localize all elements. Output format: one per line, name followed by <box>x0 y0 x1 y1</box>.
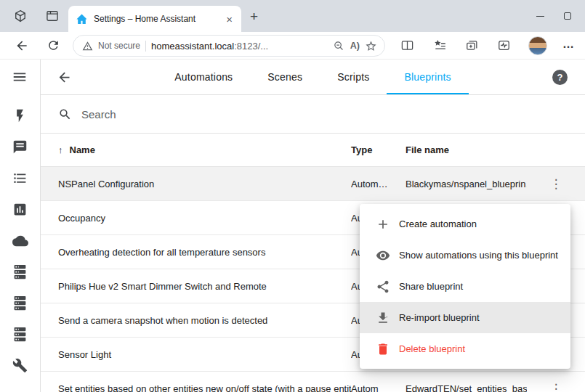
list-icon <box>12 171 28 186</box>
zoom-out-icon[interactable] <box>333 40 345 52</box>
menu-item-show-automations[interactable]: Show automations using this blueprint <box>360 240 570 271</box>
menu-icon[interactable] <box>12 69 28 85</box>
sidebar-item-history[interactable] <box>0 194 40 225</box>
favorites-icon[interactable] <box>433 38 447 52</box>
browser-toolbar: Not secure homeassistant.local:8123/... … <box>0 32 585 60</box>
sidebar-item-server-3[interactable] <box>0 319 40 350</box>
table-row[interactable]: Set entities based on other entities new… <box>41 372 585 392</box>
server-icon <box>12 327 28 342</box>
ha-back-button[interactable] <box>57 70 72 85</box>
sidebar-item-todo[interactable] <box>0 163 40 194</box>
maximize-button[interactable] <box>557 7 578 25</box>
menu-item-reimport-blueprint[interactable]: Re-import blueprint <box>360 302 570 333</box>
trash-icon <box>376 342 390 356</box>
home-assistant-logo <box>76 13 88 25</box>
tab-scripts[interactable]: Scripts <box>320 60 387 94</box>
tab-scenes[interactable]: Scenes <box>250 60 320 94</box>
minimize-icon <box>536 16 544 17</box>
ha-header: Automations Scenes Scripts Blueprints ? <box>41 60 585 95</box>
sidebar-item-server-1[interactable] <box>0 256 40 287</box>
chart-icon <box>12 202 28 217</box>
home-assistant-app: Automations Scenes Scripts Blueprints ? … <box>0 60 585 392</box>
refresh-button[interactable] <box>47 38 60 52</box>
menu-item-create-automation[interactable]: Create automation <box>360 208 570 240</box>
row-name: Occupancy <box>58 213 351 224</box>
tab-close-icon[interactable]: × <box>225 14 234 25</box>
search-bar <box>41 95 585 133</box>
read-aloud-icon[interactable]: A) <box>350 41 360 51</box>
kebab-icon[interactable]: ⋮ <box>546 380 567 392</box>
minimize-button[interactable] <box>530 7 550 25</box>
server-icon <box>12 264 28 279</box>
address-bar[interactable]: Not secure homeassistant.local:8123/... … <box>73 35 385 57</box>
menu-item-delete-blueprint[interactable]: Delete blueprint <box>360 333 570 364</box>
row-name: Overheating detection for all temperatur… <box>58 247 351 258</box>
sort-asc-icon: ↑ <box>58 144 63 155</box>
star-icon[interactable] <box>365 40 377 52</box>
sidebar-item-energy[interactable] <box>0 100 40 131</box>
plus-icon <box>376 217 390 232</box>
sidebar-item-tools[interactable] <box>0 350 40 381</box>
url-text[interactable]: homeassistant.local:8123/... <box>151 41 268 52</box>
cloud-icon <box>12 233 28 249</box>
kebab-icon[interactable]: ⋮ <box>546 175 567 193</box>
collections-icon[interactable] <box>465 38 479 52</box>
column-header-name[interactable]: ↑ Name <box>58 144 351 155</box>
column-header-file[interactable]: File name <box>406 144 527 155</box>
ha-sidebar <box>0 60 41 392</box>
tab-automations[interactable]: Automations <box>157 60 250 94</box>
sidebar-item-cloud[interactable] <box>0 225 40 256</box>
search-input[interactable] <box>81 108 299 121</box>
wrench-icon <box>12 358 28 373</box>
workspaces-icon[interactable] <box>13 9 28 23</box>
row-type: Autom… <box>351 179 406 189</box>
row-name: Sensor Light <box>58 349 351 360</box>
chat-icon <box>12 139 28 155</box>
sidebar-item-logbook[interactable] <box>0 131 40 163</box>
row-name: Set entities based on other entities new… <box>58 383 351 392</box>
share-icon <box>376 279 390 294</box>
back-button[interactable] <box>15 38 29 53</box>
split-screen-icon[interactable] <box>400 38 414 52</box>
row-type: Autom <box>351 383 406 392</box>
menu-item-share-blueprint[interactable]: Share blueprint <box>360 271 570 302</box>
eye-icon <box>376 248 390 263</box>
row-file: Blackymas/nspanel_blueprin… <box>406 179 527 189</box>
table-row[interactable]: NSPanel Configuration Autom… Blackymas/n… <box>41 167 585 201</box>
row-name: NSPanel Configuration <box>58 179 351 189</box>
row-file: EdwardTEN/set_entities_bas… <box>406 383 527 392</box>
tab-blueprints[interactable]: Blueprints <box>387 60 468 94</box>
ha-tab-bar: Automations Scenes Scripts Blueprints <box>41 60 585 94</box>
warning-icon[interactable] <box>82 41 93 52</box>
sidebar-item-server-2[interactable] <box>0 287 40 319</box>
browser-tab[interactable]: Settings – Home Assistant × <box>68 6 241 32</box>
browser-titlebar: Settings – Home Assistant × + <box>0 0 585 32</box>
lightning-icon <box>12 108 28 123</box>
table-header: ↑ Name Type File name <box>41 133 585 167</box>
blueprint-context-menu: Create automation Show automations using… <box>360 204 570 369</box>
search-icon <box>58 107 72 121</box>
profile-avatar[interactable] <box>528 36 547 55</box>
tab-title: Settings – Home Assistant <box>94 14 219 24</box>
row-name: Philips Hue v2 Smart Dimmer Switch and R… <box>58 281 351 292</box>
security-label[interactable]: Not secure <box>98 41 140 51</box>
browser-tab-icon[interactable] <box>45 9 60 23</box>
column-header-type[interactable]: Type <box>351 144 406 155</box>
download-icon <box>376 311 390 325</box>
maximize-icon <box>564 12 571 20</box>
browser-menu-button[interactable]: … <box>562 38 575 51</box>
new-tab-button[interactable]: + <box>250 9 258 23</box>
omnibox-separator <box>145 41 146 52</box>
server-icon <box>12 295 28 311</box>
row-name: Send a camera snapshot when motion is de… <box>58 315 351 326</box>
help-icon[interactable]: ? <box>552 70 568 85</box>
